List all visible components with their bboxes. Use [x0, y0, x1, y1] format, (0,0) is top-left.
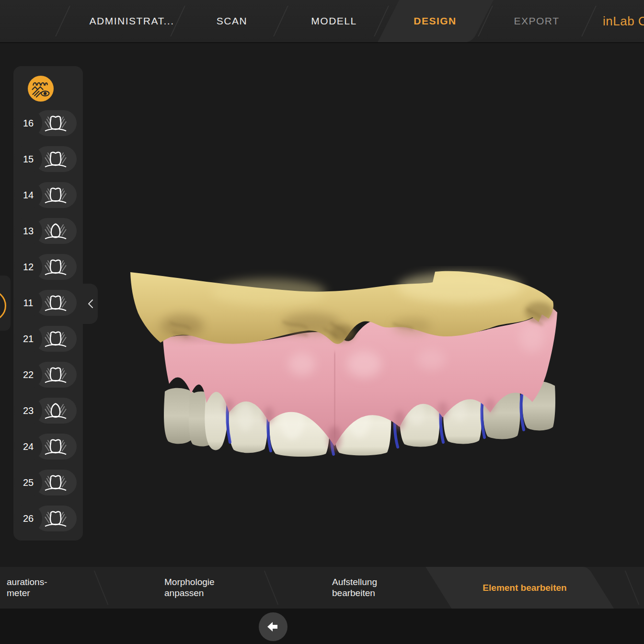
- tooth-row-13: 13: [13, 213, 83, 249]
- tooth-outline-icon: [42, 509, 69, 530]
- nav-separator: [55, 6, 70, 36]
- tooth-row-11: 11: [13, 285, 83, 321]
- tooth-outline-icon: [42, 114, 69, 135]
- teeth-visibility-button[interactable]: [28, 76, 54, 102]
- footer-strip: [0, 609, 644, 644]
- tooth-outline-icon: [42, 150, 69, 171]
- step-label-line1: Aufstellung: [332, 576, 377, 587]
- tooth-row-24: 24: [13, 429, 83, 465]
- tab-design[interactable]: DESIGN: [387, 0, 483, 42]
- tooth-number: 22: [16, 357, 40, 393]
- step-morphologie-anpassen[interactable]: Morphologie anpassen: [164, 576, 215, 598]
- tooth-outline-icon: [42, 185, 69, 207]
- app-logo: inLab C: [603, 0, 644, 42]
- back-button[interactable]: [259, 612, 288, 641]
- tooth-outline-icon: [42, 365, 69, 386]
- tooth-outline-icon: [42, 437, 69, 458]
- tooth-row-12: 12: [13, 249, 83, 285]
- toolbar-separator: [625, 571, 640, 605]
- step-toolbar: aurations- meter Morphologie anpassen Au…: [0, 567, 644, 609]
- tooth-row-21: 21: [13, 321, 83, 357]
- step-label-line2: meter: [7, 587, 47, 598]
- tooth-outline-icon: [42, 257, 69, 278]
- tooth-outline-icon: [42, 221, 69, 242]
- tooth-row-22: 22: [13, 357, 83, 393]
- step-label-line1: Morphologie: [164, 576, 215, 587]
- tooth-row-25: 25: [13, 465, 83, 501]
- tooth-outline-icon: [42, 401, 69, 422]
- toolbar-separator: [264, 571, 279, 605]
- tooth-number: 16: [16, 105, 40, 141]
- tooth-row-16: 16: [13, 105, 83, 141]
- toolbar-separator: [94, 571, 109, 605]
- step-label-line2: bearbeiten: [332, 587, 377, 598]
- tooth-number: 21: [16, 321, 40, 357]
- tooth-number: 11: [16, 285, 40, 321]
- tab-administration[interactable]: ADMINISTRAT...: [74, 0, 189, 42]
- teeth-visibility-icon: [30, 78, 51, 99]
- chevron-left-icon: [88, 299, 93, 309]
- tooth-row-26: 26: [13, 501, 83, 537]
- tooth-number: 14: [16, 177, 40, 213]
- tooth-number: 26: [16, 501, 40, 537]
- tab-scan[interactable]: SCAN: [184, 0, 280, 42]
- phase-nav-bar: ADMINISTRAT... SCAN MODELL DESIGN EXPORT…: [0, 0, 644, 42]
- tooth-row-14: 14: [13, 177, 83, 213]
- tooth-row-23: 23: [13, 393, 83, 429]
- tooth-number: 15: [16, 141, 40, 177]
- tooth-outline-icon: [42, 329, 69, 350]
- tooth-number: 13: [16, 213, 40, 249]
- tab-modell[interactable]: MODELL: [286, 0, 382, 42]
- step-aufstellung-bearbeiten[interactable]: Aufstellung bearbeiten: [332, 576, 377, 598]
- tooth-outline-icon: [42, 293, 69, 314]
- tooth-row-15: 15: [13, 141, 83, 177]
- step-label-line1: aurations-: [7, 576, 47, 587]
- tooth-number: 25: [16, 465, 40, 501]
- sidebar-collapse-button[interactable]: [83, 284, 98, 324]
- tooth-outline-icon: [42, 473, 69, 494]
- step-element-bearbeiten[interactable]: Element bearbeiten: [446, 567, 604, 609]
- tooth-number: 12: [16, 249, 40, 285]
- tab-export[interactable]: EXPORT: [489, 0, 585, 42]
- tooth-number: 23: [16, 393, 40, 429]
- tooth-number: 24: [16, 429, 40, 465]
- 3d-model-viewport[interactable]: [125, 266, 561, 462]
- step-label-line2: anpassen: [164, 587, 215, 598]
- back-arrow-icon: [267, 621, 279, 632]
- step-restaurationsparameter[interactable]: aurations- meter: [7, 576, 47, 598]
